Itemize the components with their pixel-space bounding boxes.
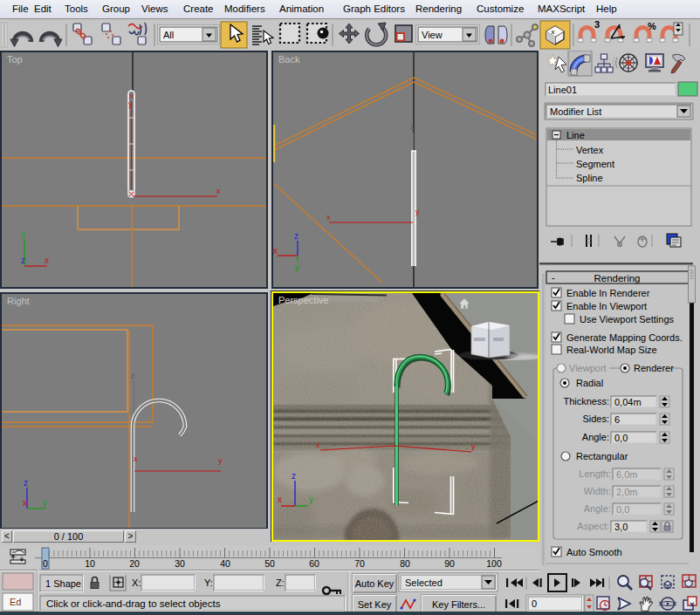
svg-text:Auto Smooth: Auto Smooth: [566, 547, 622, 557]
svg-text:x: x: [326, 213, 331, 222]
svg-text:0: 0: [43, 558, 48, 569]
svg-text:z: z: [292, 471, 296, 481]
svg-text:y: y: [471, 442, 476, 451]
svg-text:x: x: [316, 441, 320, 449]
svg-text:z: z: [21, 256, 25, 265]
svg-text:40: 40: [220, 558, 230, 569]
svg-text:y: y: [21, 229, 25, 239]
svg-text:0,04m: 0,04m: [614, 397, 642, 407]
svg-text:100: 100: [486, 558, 502, 569]
svg-text:90: 90: [444, 558, 455, 569]
svg-text:Set Key: Set Key: [358, 599, 392, 610]
svg-text:80: 80: [400, 558, 410, 569]
svg-text:View: View: [422, 30, 443, 40]
svg-text:Generate Mapping Coords.: Generate Mapping Coords.: [566, 332, 683, 343]
svg-text:Selected: Selected: [405, 577, 443, 588]
svg-text:Segment: Segment: [576, 159, 614, 169]
svg-text:0,0: 0,0: [616, 504, 629, 515]
svg-text:Click or click-and-drag to sel: Click or click-and-drag to select object…: [46, 598, 221, 609]
svg-text:x: x: [134, 454, 138, 463]
svg-text:60: 60: [309, 558, 319, 569]
svg-text:Ed: Ed: [10, 597, 21, 607]
svg-text:y: y: [415, 208, 420, 216]
svg-text:Length:: Length:: [579, 468, 611, 479]
svg-text:Modifier List: Modifier List: [550, 106, 601, 117]
svg-text:10: 10: [85, 558, 95, 569]
svg-text:70: 70: [354, 558, 365, 569]
svg-text:z: z: [24, 478, 28, 488]
svg-text:x: x: [45, 256, 49, 265]
svg-text:x: x: [216, 187, 221, 195]
svg-text:y: y: [218, 456, 223, 465]
svg-text:2,0m: 2,0m: [616, 487, 637, 497]
svg-text:Angle:: Angle:: [584, 503, 611, 514]
svg-text:Z:: Z:: [276, 577, 285, 588]
svg-text:Enable In Renderer: Enable In Renderer: [566, 288, 650, 298]
svg-text:0,0: 0,0: [614, 433, 628, 443]
svg-text:Radial: Radial: [576, 378, 603, 388]
svg-text:Real-World Map Size: Real-World Map Size: [566, 345, 657, 355]
svg-text:X:: X:: [132, 577, 141, 588]
svg-text:20: 20: [129, 558, 140, 569]
svg-text:50: 50: [264, 558, 275, 569]
svg-text:y: y: [295, 263, 299, 272]
svg-text:Auto Key: Auto Key: [355, 578, 395, 589]
svg-text:x: x: [23, 498, 27, 508]
svg-text:6,0m: 6,0m: [616, 469, 637, 480]
svg-text:Line: Line: [566, 130, 585, 140]
svg-text:Sides:: Sides:: [582, 413, 609, 424]
svg-text:y: y: [309, 495, 313, 504]
svg-text:Aspect:: Aspect:: [577, 521, 609, 531]
svg-text:All: All: [163, 30, 174, 40]
svg-text:Y:: Y:: [204, 577, 213, 588]
svg-text:Viewport: Viewport: [569, 363, 607, 373]
svg-text:Thickness:: Thickness:: [563, 396, 609, 407]
svg-text:Line01: Line01: [548, 85, 577, 95]
svg-text:Enable In Viewport: Enable In Viewport: [566, 301, 647, 311]
svg-text:%: %: [648, 21, 656, 31]
svg-text:Use Viewport Settings: Use Viewport Settings: [580, 314, 675, 325]
svg-text:6: 6: [614, 414, 620, 425]
svg-text:3,0: 3,0: [614, 522, 628, 532]
svg-text:z: z: [410, 122, 415, 131]
svg-text:Vertex: Vertex: [576, 145, 604, 155]
svg-text:Rectangular: Rectangular: [576, 451, 628, 461]
svg-text:Key Filters...: Key Filters...: [432, 599, 485, 610]
svg-text:1 Shape: 1 Shape: [45, 578, 81, 589]
svg-text:z: z: [131, 372, 135, 380]
svg-text:z: z: [294, 231, 299, 241]
svg-text:y: y: [128, 99, 133, 108]
svg-text:3: 3: [594, 19, 600, 30]
svg-text:Width:: Width:: [584, 486, 611, 496]
svg-text:x: x: [273, 246, 278, 256]
svg-text:x: x: [278, 495, 282, 504]
svg-text:30: 30: [175, 558, 185, 569]
svg-text:Spline: Spline: [576, 173, 603, 183]
svg-text:Angle:: Angle:: [582, 432, 609, 442]
svg-text:Renderer: Renderer: [634, 363, 674, 373]
svg-text:0: 0: [532, 598, 537, 609]
svg-text:Rendering: Rendering: [594, 273, 640, 284]
svg-text:y: y: [43, 498, 47, 508]
svg-text:-: -: [552, 272, 555, 283]
